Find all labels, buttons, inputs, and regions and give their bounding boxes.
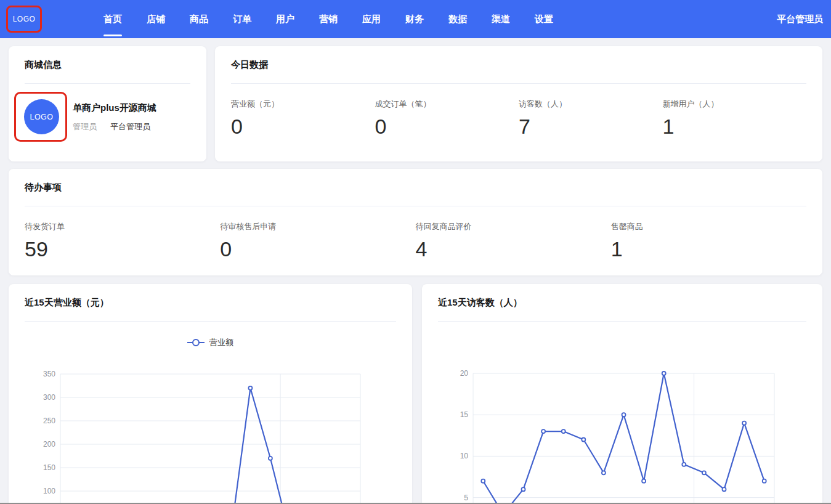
stat-value: 0 <box>375 115 519 139</box>
role-label: 管理员 <box>73 121 97 132</box>
nav-item[interactable]: 数据 <box>448 0 467 38</box>
nav-menu: 首页店铺商品订单用户营销应用财务数据渠道设置 <box>103 0 553 38</box>
divider <box>231 83 806 84</box>
nav-item[interactable]: 店铺 <box>147 0 165 38</box>
shop-info-card: 商城信息 LOGO 单商户plus开源商城 管理员 平台管理员 <box>9 46 206 161</box>
card-title: 今日数据 <box>231 59 268 71</box>
role-value: 平台管理员 <box>110 121 150 132</box>
svg-text:20: 20 <box>460 369 469 378</box>
stat-label: 新增用户（人） <box>663 99 807 110</box>
todo-card: 待办事项 待发货订单 59 待审核售后申请 0 待回复商品评价 4 售罄商品 1 <box>9 169 822 275</box>
stat-item: 待发货订单 59 <box>25 221 220 261</box>
stat-label: 待回复商品评价 <box>416 221 611 232</box>
stat-item: 访客数（人） 7 <box>519 99 663 139</box>
nav-item[interactable]: 用户 <box>276 0 294 38</box>
stat-value: 7 <box>519 115 663 139</box>
svg-text:5: 5 <box>464 494 468 502</box>
today-stats: 营业额（元） 0 成交订单（笔） 0 访客数（人） 7 新增用户（人） 1 <box>231 99 806 139</box>
stat-value[interactable]: 1 <box>611 237 806 261</box>
nav-item[interactable]: 设置 <box>535 0 553 38</box>
nav-item[interactable]: 首页 <box>103 0 122 38</box>
logo-text: LOGO <box>13 15 36 23</box>
stat-item: 成交订单（笔） 0 <box>375 99 519 139</box>
card-title: 商城信息 <box>25 59 62 71</box>
stat-item: 待审核售后申请 0 <box>220 221 415 261</box>
stat-value[interactable]: 59 <box>25 237 220 261</box>
stat-label: 售罄商品 <box>611 221 806 232</box>
stat-item: 待回复商品评价 4 <box>416 221 611 261</box>
nav-item[interactable]: 营销 <box>319 0 338 38</box>
nav-item[interactable]: 订单 <box>233 0 251 38</box>
stat-label: 待审核售后申请 <box>220 221 415 232</box>
shop-logo-text: LOGO <box>30 113 53 121</box>
svg-text:350: 350 <box>43 370 55 378</box>
todo-stats: 待发货订单 59 待审核售后申请 0 待回复商品评价 4 售罄商品 1 <box>25 221 806 261</box>
visitors-chart-card: 近15天访客数（人） 2015105 <box>422 284 822 504</box>
stat-item: 新增用户（人） 1 <box>663 99 807 139</box>
visitors-line-chart-canvas[interactable]: 2015105 <box>422 284 822 504</box>
navbar-user-menu[interactable]: 平台管理员 <box>777 0 823 38</box>
divider <box>25 83 190 84</box>
svg-text:200: 200 <box>43 440 55 449</box>
stat-item: 营业额（元） 0 <box>231 99 375 139</box>
svg-text:300: 300 <box>43 393 55 402</box>
shop-logo-avatar[interactable]: LOGO <box>24 99 59 134</box>
top-navbar: LOGO 首页店铺商品订单用户营销应用财务数据渠道设置 平台管理员 <box>0 0 831 38</box>
shop-role-row: 管理员 平台管理员 <box>73 121 150 132</box>
revenue-line-chart-canvas[interactable]: 350300250200150100 <box>9 284 412 504</box>
nav-item[interactable]: 财务 <box>405 0 424 38</box>
stat-label: 待发货订单 <box>25 221 220 232</box>
today-data-card: 今日数据 营业额（元） 0 成交订单（笔） 0 访客数（人） 7 新增用户（人）… <box>215 46 822 161</box>
card-title: 待办事项 <box>25 182 62 193</box>
revenue-chart-card: 近15天营业额（元） 营业额 350300250200150100 <box>9 284 412 504</box>
divider <box>25 206 806 206</box>
stat-item: 售罄商品 1 <box>611 221 806 261</box>
stat-value[interactable]: 4 <box>416 237 611 261</box>
logo-annotation-box[interactable]: LOGO <box>6 6 42 33</box>
stat-value: 1 <box>663 115 807 139</box>
svg-text:10: 10 <box>460 452 469 460</box>
nav-item[interactable]: 应用 <box>362 0 381 38</box>
svg-text:100: 100 <box>43 487 55 495</box>
svg-text:250: 250 <box>43 417 55 425</box>
stat-value[interactable]: 0 <box>220 237 415 261</box>
nav-item[interactable]: 商品 <box>190 0 208 38</box>
stat-value: 0 <box>231 115 375 139</box>
nav-item[interactable]: 渠道 <box>492 0 510 38</box>
svg-text:15: 15 <box>460 410 469 419</box>
svg-text:150: 150 <box>43 463 55 472</box>
stat-label: 营业额（元） <box>231 99 375 110</box>
stat-label: 成交订单（笔） <box>375 99 519 110</box>
stat-label: 访客数（人） <box>519 99 663 110</box>
shop-name: 单商户plus开源商城 <box>73 102 156 114</box>
